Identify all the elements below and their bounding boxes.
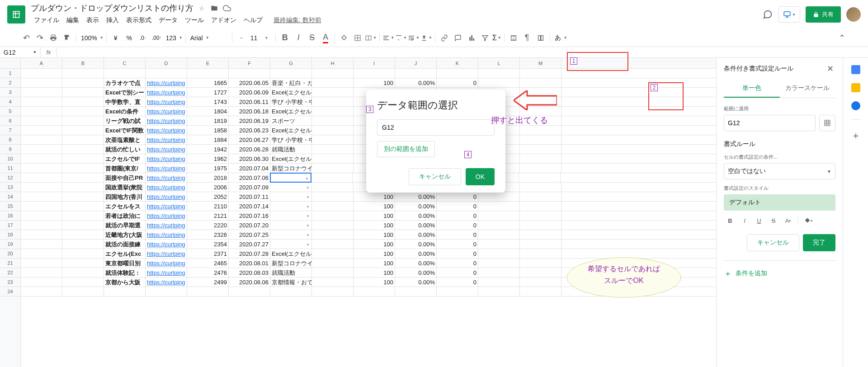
cell[interactable]: [229, 287, 270, 296]
link-button[interactable]: [438, 32, 451, 44]
cell[interactable]: [104, 287, 146, 296]
cell[interactable]: [520, 202, 561, 211]
cell[interactable]: [312, 202, 354, 211]
col-header-L[interactable]: L: [478, 58, 520, 68]
cell[interactable]: [520, 211, 561, 220]
calendar-icon[interactable]: [851, 65, 860, 74]
cell[interactable]: ▼: [270, 211, 312, 220]
cell[interactable]: 1804: [187, 107, 229, 116]
cell[interactable]: エクセル(Exc: [104, 249, 146, 258]
cell[interactable]: 2476: [187, 268, 229, 277]
filter-button[interactable]: [479, 32, 491, 44]
doc-title[interactable]: プルダウン・ドロップダウンリストの作り方: [31, 3, 193, 14]
cell[interactable]: 1819: [187, 116, 229, 125]
cell[interactable]: [520, 192, 561, 201]
cell[interactable]: [21, 97, 62, 106]
menu-view[interactable]: 表示: [83, 14, 102, 26]
cell[interactable]: [312, 287, 354, 296]
cell[interactable]: [21, 88, 62, 97]
cell[interactable]: Excel(エクセル)・Google・Wo: [270, 88, 312, 97]
cell[interactable]: エクセルでIF: [104, 154, 146, 163]
fill-color-button[interactable]: [338, 32, 350, 44]
name-box[interactable]: G12▼: [0, 47, 41, 57]
cell[interactable]: 0: [437, 259, 478, 268]
cell[interactable]: Excelの条件: [104, 107, 146, 116]
menu-format[interactable]: 表示形式: [123, 14, 155, 26]
sheets-logo[interactable]: [7, 5, 25, 24]
cell[interactable]: https://curlping: [146, 259, 187, 268]
cell[interactable]: 0: [437, 249, 478, 258]
cell[interactable]: [229, 69, 270, 78]
cell[interactable]: 新型コロナウイルス感染症(CO: [270, 164, 312, 173]
row-header[interactable]: 18: [0, 230, 20, 240]
cell[interactable]: [62, 78, 104, 87]
cell[interactable]: [62, 202, 104, 211]
cell[interactable]: [21, 107, 62, 116]
cell[interactable]: [312, 116, 354, 125]
cell[interactable]: 次亜塩素酸と: [104, 135, 146, 144]
cell[interactable]: https://curlping: [146, 97, 187, 106]
cell[interactable]: [62, 116, 104, 125]
cell[interactable]: [312, 240, 354, 249]
cell[interactable]: [21, 192, 62, 201]
cell[interactable]: [62, 221, 104, 230]
cell[interactable]: [62, 135, 104, 144]
cell[interactable]: 新型コロナウイルス感染症(CO: [270, 259, 312, 268]
tab-single-color[interactable]: 単一色: [724, 80, 780, 98]
cell[interactable]: 2220: [187, 221, 229, 230]
currency-button[interactable]: ¥: [109, 32, 122, 44]
cell[interactable]: [21, 230, 62, 239]
cell[interactable]: [312, 126, 354, 135]
cell[interactable]: [62, 268, 104, 277]
row-header[interactable]: 23: [0, 278, 20, 287]
cell[interactable]: [478, 202, 520, 211]
cell[interactable]: [62, 259, 104, 268]
paint-format-button[interactable]: [61, 32, 73, 44]
cell[interactable]: https://curlping: [146, 173, 187, 182]
italic-button[interactable]: I: [292, 32, 305, 44]
cell[interactable]: [21, 221, 62, 230]
cell[interactable]: [520, 240, 561, 249]
fmt-fill-color[interactable]: ▾: [802, 214, 815, 227]
strike-button[interactable]: S: [306, 32, 318, 44]
cell[interactable]: 0.00%: [395, 259, 437, 268]
cell[interactable]: [270, 69, 312, 78]
menu-data[interactable]: データ: [156, 14, 181, 26]
sidebar-done-button[interactable]: 完了: [803, 234, 835, 251]
cell[interactable]: [62, 278, 104, 287]
cell[interactable]: [478, 287, 520, 296]
cell[interactable]: 100: [354, 202, 395, 211]
redo-button[interactable]: ↷: [33, 32, 46, 44]
cell[interactable]: 1942: [187, 145, 229, 154]
cell[interactable]: https://curlping: [146, 107, 187, 116]
cell[interactable]: [62, 154, 104, 163]
cell[interactable]: 100: [354, 278, 395, 287]
col-header-H[interactable]: H: [312, 58, 354, 68]
cell[interactable]: [21, 183, 62, 192]
cell[interactable]: 2020.06.30: [229, 154, 270, 163]
col-header-E[interactable]: E: [187, 58, 229, 68]
cell[interactable]: 100: [354, 221, 395, 230]
dialog-cancel-button[interactable]: キャンセル: [409, 168, 461, 185]
cell[interactable]: https://curlping: [146, 230, 187, 239]
col-header-F[interactable]: F: [229, 58, 270, 68]
tb-icon-2[interactable]: ¶: [521, 32, 533, 44]
dropdown-icon[interactable]: ▼: [305, 213, 311, 219]
cell[interactable]: 0: [437, 211, 478, 220]
cell[interactable]: [312, 221, 354, 230]
dropdown-icon[interactable]: ▼: [305, 232, 311, 238]
cell[interactable]: [312, 211, 354, 220]
cell[interactable]: Excel(エクセル)・Google・Wo: [270, 107, 312, 116]
cell[interactable]: https://curlping: [146, 278, 187, 287]
move-icon[interactable]: [210, 4, 219, 13]
functions-button[interactable]: Σ▼: [492, 34, 501, 42]
cell[interactable]: [21, 116, 62, 125]
cell[interactable]: 1743: [187, 97, 229, 106]
cell[interactable]: [312, 164, 354, 173]
cell[interactable]: 2020.07.27: [229, 240, 270, 249]
cell[interactable]: https://curlping: [146, 211, 187, 220]
cell[interactable]: [478, 69, 520, 78]
merge-button[interactable]: ▼: [365, 34, 377, 42]
cell[interactable]: [312, 183, 354, 192]
input-method-button[interactable]: あ▼: [553, 34, 567, 42]
